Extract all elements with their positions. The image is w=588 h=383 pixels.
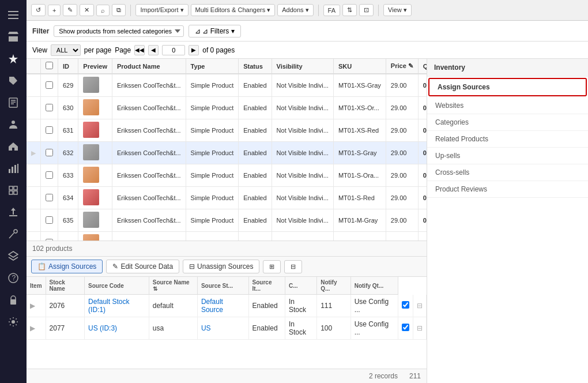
row-checkbox[interactable] — [46, 104, 53, 111]
delete-button[interactable]: ✕ — [80, 4, 94, 16]
sidebar-icon-chart[interactable] — [3, 158, 24, 179]
addons-button[interactable]: Addons ▾ — [277, 4, 313, 16]
add-button[interactable]: + — [48, 5, 61, 16]
filter-select[interactable]: Show products from selected categories — [54, 25, 184, 37]
col-product-name[interactable]: Product Name — [112, 59, 186, 74]
row-status: Enabled — [239, 74, 272, 97]
panel-item-cross-sells[interactable]: Cross-sells — [427, 164, 588, 181]
col-type[interactable]: Type — [186, 59, 239, 74]
multi-editors-button[interactable]: Multi Editors & Changers ▾ — [191, 4, 276, 16]
inv-row-action[interactable]: ⊟ — [413, 295, 426, 317]
col-visibility[interactable]: Visibility — [272, 59, 333, 74]
col-sku[interactable]: SKU — [333, 59, 386, 74]
inv-col-notify-qty[interactable]: Notify Qt... — [350, 277, 398, 295]
col-price[interactable]: Price ✎ — [386, 59, 418, 74]
first-page-button[interactable]: ◀◀ — [134, 45, 145, 55]
inv-settings-button[interactable]: ⊟ — [284, 260, 302, 273]
refresh-button[interactable]: ↺ — [31, 4, 46, 16]
panel-item-up-sells[interactable]: Up-sells — [427, 148, 588, 164]
sidebar-icon-upload[interactable] — [3, 202, 24, 223]
inv-row-checkbox[interactable] — [402, 301, 409, 309]
sidebar-icon-store[interactable] — [3, 27, 24, 47]
row-checkbox-cell[interactable] — [41, 209, 58, 232]
row-checkbox[interactable] — [46, 149, 53, 156]
per-page-select[interactable]: ALL — [51, 44, 81, 56]
sidebar-icon-gear[interactable] — [3, 311, 24, 332]
search-button[interactable]: ⌕ — [96, 5, 110, 16]
source-name-link[interactable]: Default Source — [201, 298, 223, 314]
inv-col-qty[interactable]: C... — [285, 277, 317, 295]
row-checkbox-cell[interactable] — [41, 187, 58, 209]
sidebar-icon-tag[interactable] — [3, 70, 24, 91]
prev-page-button[interactable]: ◀ — [148, 45, 159, 55]
col-preview[interactable]: Preview — [78, 59, 112, 74]
inv-col-item[interactable]: Item — [27, 277, 46, 295]
sidebar-icon-person[interactable] — [3, 114, 24, 135]
import-export-button[interactable]: Import/Export ▾ — [135, 4, 188, 16]
table-row: 629 Erikssen CoolTech&t... Simple Produc… — [27, 74, 427, 97]
col-id[interactable]: ID — [58, 59, 78, 74]
inv-col-source-name[interactable]: Source Name ⇅ — [149, 277, 197, 295]
filter-icon-button[interactable]: ⊡ — [359, 4, 374, 16]
row-checkbox[interactable] — [46, 126, 53, 134]
sidebar-icon-puzzle[interactable] — [3, 180, 24, 201]
row-checkbox[interactable] — [46, 171, 53, 179]
source-name-link[interactable]: US — [201, 324, 211, 332]
sidebar-icon-question[interactable]: ? — [3, 268, 24, 288]
panel-item-related-products[interactable]: Related Products — [427, 131, 588, 148]
page-input[interactable] — [162, 45, 185, 55]
inv-col-notify[interactable]: Notify Q... — [317, 277, 351, 295]
filters-button[interactable]: ⊿ ⊿ Filters ▾ — [189, 25, 240, 37]
inv-row-expand[interactable]: ▶ — [27, 295, 46, 317]
view-button[interactable]: View ▾ — [383, 4, 412, 16]
panel-item-assign-sources[interactable]: Assign Sources — [428, 78, 587, 96]
sidebar-icon-layers[interactable] — [3, 246, 24, 266]
copy-button[interactable]: ⧉ — [112, 4, 126, 16]
sidebar-icon-book[interactable] — [3, 92, 24, 113]
row-checkbox[interactable] — [46, 81, 53, 89]
sort-button[interactable]: ⇅ — [342, 4, 357, 16]
row-checkbox-cell[interactable] — [41, 97, 58, 119]
products-table-scroll[interactable]: ID Preview Product Name Type Status Visi… — [27, 59, 427, 241]
row-type: Simple Product — [186, 187, 239, 209]
sidebar-icon-wrench[interactable] — [3, 224, 24, 245]
panel-section-inventory[interactable]: Inventory — [427, 59, 588, 77]
row-checkbox-cell[interactable] — [41, 232, 58, 241]
inv-col-stock-name[interactable]: Stock Name — [46, 277, 85, 295]
sidebar-icon-lock[interactable] — [3, 290, 24, 310]
row-checkbox-cell[interactable] — [41, 164, 58, 187]
row-checkbox-cell[interactable] — [41, 74, 58, 97]
unassign-sources-button[interactable]: ⊟ Unassign Sources — [183, 260, 259, 273]
col-status[interactable]: Status — [239, 59, 272, 74]
sidebar-icon-home[interactable] — [3, 136, 24, 157]
inv-row-expand[interactable]: ▶ — [27, 317, 46, 340]
row-checkbox[interactable] — [46, 194, 53, 201]
inv-col-source-code[interactable]: Source Code — [85, 277, 149, 295]
stock-name-link[interactable]: Default Stock (ID:1) — [88, 298, 129, 314]
inv-row-checkbox-cell[interactable] — [398, 317, 413, 340]
inv-col-source-item[interactable]: Source It... — [248, 277, 285, 295]
inv-row-checkbox-cell[interactable] — [398, 295, 413, 317]
row-id: 630 — [58, 97, 78, 119]
assign-sources-toolbar-button[interactable]: 📋 Assign Sources — [31, 260, 103, 273]
row-checkbox[interactable] — [46, 216, 53, 224]
row-checkbox-cell[interactable] — [41, 119, 58, 142]
panel-item-categories[interactable]: Categories — [427, 114, 588, 131]
sidebar-icon-star[interactable] — [3, 48, 24, 69]
col-qty[interactable]: Qty — [418, 59, 427, 74]
sidebar-icon-menu[interactable] — [3, 5, 24, 25]
select-all-checkbox[interactable] — [46, 62, 53, 69]
fa-button[interactable]: FA — [323, 5, 340, 16]
panel-item-websites[interactable]: Websites — [427, 97, 588, 114]
panel-item-product-reviews[interactable]: Product Reviews — [427, 181, 588, 198]
row-checkbox-cell[interactable] — [41, 142, 58, 164]
edit-button[interactable]: ✎ — [63, 4, 77, 16]
inv-columns-button[interactable]: ⊞ — [263, 260, 281, 273]
next-page-button[interactable]: ▶ — [189, 45, 199, 55]
inv-row-checkbox[interactable] — [402, 324, 409, 331]
inv-col-source-status[interactable]: Source St... — [197, 277, 248, 295]
row-type: Simple Product — [186, 232, 239, 241]
edit-source-data-button[interactable]: ✎ Edit Source Data — [106, 260, 179, 273]
inv-row-action[interactable]: ⊟ — [413, 317, 426, 340]
stock-name-link[interactable]: US (ID:3) — [88, 324, 117, 332]
